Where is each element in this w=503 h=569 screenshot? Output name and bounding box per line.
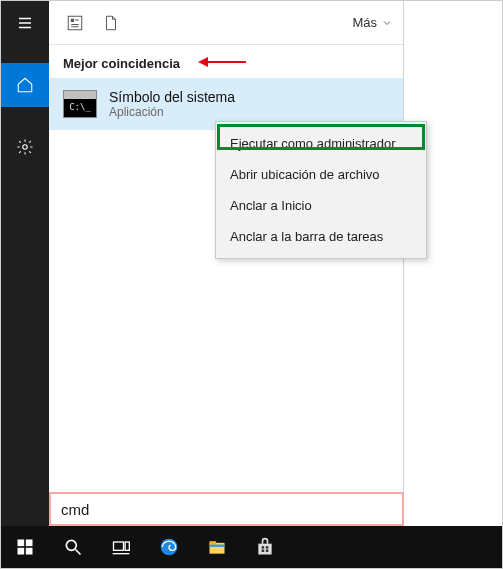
svg-rect-18 [125,542,129,550]
result-subtitle: Aplicación [109,105,235,119]
taskbar [1,526,502,568]
cmd-icon: C:\_ [63,90,97,118]
svg-rect-25 [262,546,265,549]
search-results-panel: Más Mejor coincidencia C:\_ Símbolo del … [49,1,404,528]
context-menu: Ejecutar como administrador Abrir ubicac… [215,121,427,259]
edge-browser-button[interactable] [145,526,193,568]
svg-rect-23 [210,545,225,548]
chevron-down-icon [381,17,393,29]
more-filters-dropdown[interactable]: Más [352,15,393,30]
svg-rect-4 [68,16,82,30]
svg-rect-27 [262,550,265,553]
menu-button[interactable] [1,1,49,45]
documents-filter-icon[interactable] [95,7,127,39]
more-label: Más [352,15,377,30]
best-match-label: Mejor coincidencia [63,56,180,71]
svg-rect-13 [18,548,25,555]
search-taskbar-button[interactable] [49,526,97,568]
apps-filter-icon[interactable] [59,7,91,39]
cm-run-as-admin[interactable]: Ejecutar como administrador [216,128,426,159]
svg-rect-26 [266,546,269,549]
svg-rect-17 [114,542,124,550]
store-button[interactable] [241,526,289,568]
cm-open-file-location[interactable]: Abrir ubicación de archivo [216,159,426,190]
svg-point-15 [66,540,76,550]
result-text: Símbolo del sistema Aplicación [109,89,235,119]
start-button[interactable] [1,526,49,568]
file-explorer-button[interactable] [193,526,241,568]
svg-rect-22 [210,541,217,544]
settings-button[interactable] [1,125,49,169]
start-sidebar [1,1,49,528]
svg-rect-14 [26,548,33,555]
svg-rect-28 [266,550,269,553]
svg-point-3 [23,145,28,150]
right-padding [404,1,503,528]
svg-marker-10 [198,57,208,67]
svg-rect-11 [18,540,25,547]
panel-toolbar: Más [49,1,403,45]
svg-rect-12 [26,540,33,547]
search-input[interactable] [61,501,392,518]
home-button[interactable] [1,63,49,107]
task-view-button[interactable] [97,526,145,568]
svg-rect-5 [71,19,73,21]
result-title: Símbolo del sistema [109,89,235,105]
annotation-arrow-icon [198,55,248,72]
svg-line-16 [76,550,81,555]
cm-pin-to-taskbar[interactable]: Anclar a la barra de tareas [216,221,426,252]
svg-rect-24 [258,544,271,555]
cm-pin-to-start[interactable]: Anclar a Inicio [216,190,426,221]
best-match-header: Mejor coincidencia [49,45,403,78]
search-box[interactable] [49,492,404,526]
